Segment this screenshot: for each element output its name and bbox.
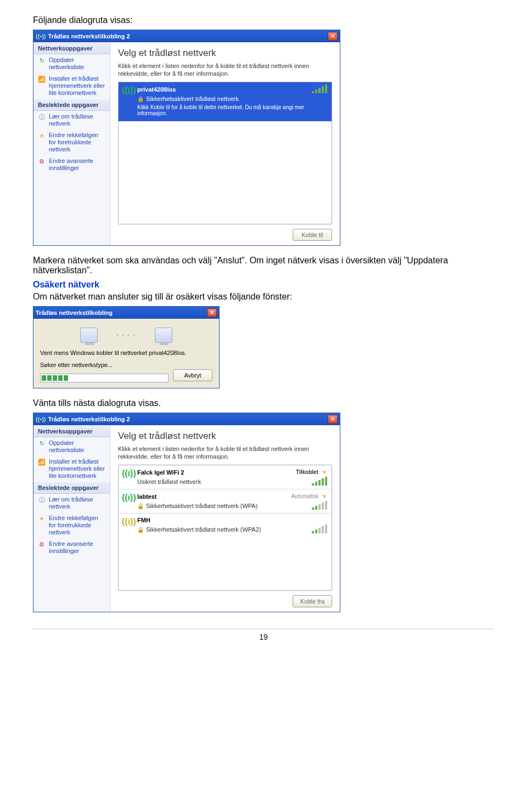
main-title: Velg et trådløst nettverk: [118, 431, 332, 442]
network-row-selected[interactable]: ((ı)) privat4208los 🔒 Sikkerhetsaktivert…: [119, 82, 332, 121]
network-ssid: privat4208los: [137, 86, 176, 93]
network-security: Sikkerhetsaktivert trådløst nettverk (WP…: [146, 503, 257, 509]
network-ssid: labtest: [137, 493, 156, 500]
connect-button[interactable]: Koble til: [293, 229, 332, 241]
network-row[interactable]: ((ı)) labtest Automatisk ★ 🔒 Sikkerhe: [119, 489, 332, 514]
network-ssid: Falck Igel WiFi 2: [137, 469, 184, 476]
network-hint: Klikk Koble til for å koble til dette ne…: [137, 104, 327, 116]
info-icon: ⓘ: [38, 113, 46, 121]
sidebar-item-label: Endre avanserte innstillinger: [49, 540, 105, 555]
close-icon[interactable]: ✕: [328, 415, 338, 424]
main-subtitle: Klikk et element i listen nedenfor for å…: [118, 445, 332, 460]
gear-icon: ⚙: [38, 157, 46, 165]
sidebar-item-label: Installer et trådløst hjemmenettverk ell…: [49, 458, 105, 480]
connection-graphic: · · · ·: [40, 328, 212, 343]
status-line-2: Søker etter nettverkstype...: [40, 362, 212, 368]
titlebar[interactable]: Trådløs nettverkstilkobling ✕: [33, 307, 219, 319]
sidebar-item-label: Endre rekkefølgen for foretrukkede nettv…: [49, 132, 105, 153]
doc-line-insecure: Om nätverket man ansluter sig till är os…: [33, 292, 494, 302]
sidebar-item-label: Lær om trådløse nettverk: [49, 113, 105, 127]
lock-icon: 🔒: [137, 96, 144, 102]
doc-line-intro: Följande dialogruta visas:: [33, 15, 494, 25]
sidebar-item-label: Installer et trådløst hjemmenettverk ell…: [49, 75, 105, 97]
sidebar-item-learn[interactable]: ⓘ Lær om trådløse nettverk: [33, 111, 110, 129]
signal-icon: ((ı)): [122, 86, 136, 95]
sidebar-item-setup[interactable]: 📶 Installer et trådløst hjemmenettverk e…: [33, 73, 110, 99]
sidebar-item-setup[interactable]: 📶 Installer et trådløst hjemmenettverk e…: [33, 456, 110, 482]
cancel-button[interactable]: Avbryt: [173, 369, 212, 381]
signal-icon: ((ı)): [122, 493, 136, 503]
titlebar[interactable]: ((•)) Trådløs nettverkstilkobling 2 ✕: [33, 30, 340, 42]
dots-icon: · · · ·: [116, 332, 136, 339]
sidebar-item-label: Oppdater nettverksliste: [49, 57, 105, 71]
sidebar: Nettverksoppgaver ↻ Oppdater nettverksli…: [33, 425, 110, 612]
sidebar-item-label: Oppdater nettverksliste: [49, 439, 105, 454]
network-row[interactable]: ((ı)) FMH 🔒 Sikkerhetsaktivert trådløst …: [119, 514, 332, 538]
sidebar-head-related: Beslektede oppgaver: [33, 482, 110, 494]
wireless-icon: ((•)): [36, 416, 46, 422]
star-icon: ★: [322, 493, 327, 500]
window-title: Trådløs nettverkstilkobling 2: [48, 416, 130, 422]
network-row[interactable]: ((ı)) Falck Igel WiFi 2 Tilkoblet ★ Usik…: [119, 465, 332, 489]
info-icon: ⓘ: [38, 496, 46, 504]
signal-bars-icon: [311, 478, 327, 486]
sidebar-head-related: Beslektede oppgaver: [33, 99, 110, 111]
sidebar-item-order[interactable]: ★ Endre rekkefølgen for foretrukkede net…: [33, 512, 110, 538]
network-security: Usikret trådløst nettverk: [137, 478, 201, 485]
page-number: 19: [33, 629, 494, 641]
main-title: Velg et trådløst nettverk: [118, 48, 332, 59]
sidebar-item-label: Endre avanserte innstillinger: [49, 157, 105, 172]
lock-icon: 🔒: [137, 527, 144, 533]
main-subtitle: Klikk et element i listen nedenfor for å…: [118, 62, 332, 77]
refresh-icon: ↻: [38, 439, 46, 447]
disconnect-button[interactable]: Koble fra: [293, 595, 332, 607]
sidebar-head-network-tasks: Nettverksoppgaver: [33, 425, 110, 437]
window-title: Trådløs nettverkstilkobling 2: [48, 33, 130, 40]
close-icon[interactable]: ✕: [328, 32, 338, 41]
sidebar-item-refresh[interactable]: ↻ Oppdater nettverksliste: [33, 54, 110, 73]
network-ssid: FMH: [137, 517, 150, 523]
network-security: Sikkerhetsaktivert trådløst nettverk: [146, 95, 239, 102]
sidebar-item-order[interactable]: ★ Endre rekkefølgen for foretrukkede net…: [33, 129, 110, 155]
antenna-icon: 📶: [38, 75, 46, 83]
star-icon: ★: [38, 132, 46, 139]
signal-bars-icon: [311, 526, 327, 533]
computer-icon: [80, 328, 98, 343]
lock-icon: 🔒: [137, 503, 144, 509]
sidebar-item-advanced[interactable]: ⚙ Endre avanserte innstillinger: [33, 538, 110, 557]
signal-icon: ((ı)): [122, 469, 136, 478]
progress-bar: [40, 374, 169, 382]
wireless-icon: ((•)): [36, 33, 46, 40]
sidebar-item-refresh[interactable]: ↻ Oppdater nettverksliste: [33, 437, 110, 456]
antenna-icon: 📶: [38, 458, 46, 466]
network-status: Tilkoblet: [296, 469, 318, 475]
network-status: Automatisk: [291, 493, 318, 499]
doc-heading-insecure: Osäkert nätverk: [33, 280, 494, 290]
sidebar: Nettverksoppgaver ↻ Oppdater nettverksli…: [33, 42, 110, 245]
dialog-connecting: Trådløs nettverkstilkobling ✕ · · · · Ve…: [33, 306, 220, 388]
network-list: ((ı)) privat4208los 🔒 Sikkerhetsaktivert…: [118, 82, 332, 224]
signal-bars-icon: [311, 502, 327, 510]
sidebar-item-advanced[interactable]: ⚙ Endre avanserte innstillinger: [33, 155, 110, 174]
dialog-wireless-2: ((•)) Trådløs nettverkstilkobling 2 ✕ Ne…: [33, 413, 340, 612]
signal-bars-icon: [311, 86, 327, 93]
sidebar-item-label: Lær om trådløse nettverk: [49, 496, 105, 510]
close-icon[interactable]: ✕: [207, 308, 217, 317]
star-icon: ★: [322, 469, 327, 476]
star-icon: ★: [38, 515, 46, 522]
sidebar-item-learn[interactable]: ⓘ Lær om trådløse nettverk: [33, 494, 110, 512]
doc-line-instruction: Markera nätverket som ska användas och v…: [33, 256, 494, 275]
doc-line-wait: Vänta tills nästa dialogruta visas.: [33, 398, 494, 408]
network-list: ((ı)) Falck Igel WiFi 2 Tilkoblet ★ Usik…: [118, 465, 332, 591]
signal-icon: ((ı)): [122, 517, 136, 527]
status-line-1: Vent mens Windows kobler til nettverket …: [40, 349, 212, 356]
sidebar-head-network-tasks: Nettverksoppgaver: [33, 42, 110, 54]
sidebar-item-label: Endre rekkefølgen for foretrukkede nettv…: [49, 515, 105, 536]
gear-icon: ⚙: [38, 540, 46, 548]
computer-icon: [155, 328, 172, 343]
titlebar[interactable]: ((•)) Trådløs nettverkstilkobling 2 ✕: [33, 413, 340, 425]
dialog-wireless-1: ((•)) Trådløs nettverkstilkobling 2 ✕ Ne…: [33, 30, 340, 246]
network-security: Sikkerhetsaktivert trådløst nettverk (WP…: [146, 526, 261, 533]
refresh-icon: ↻: [38, 57, 46, 64]
window-title: Trådløs nettverkstilkobling: [36, 309, 113, 316]
